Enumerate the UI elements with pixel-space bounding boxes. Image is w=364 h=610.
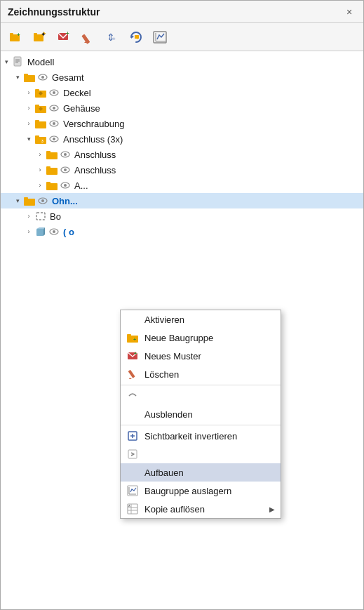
tree-item-anschluss-group[interactable]: ▾ 3 Anschluss (3x)	[1, 131, 363, 147]
plot-button[interactable]	[149, 27, 170, 48]
ctx-ausblenden[interactable]	[121, 387, 281, 405]
ctx-kopie-aufloesen-icon	[126, 466, 139, 479]
ctx-neue-baugruppe[interactable]: + Neue Baugruppe	[121, 329, 281, 347]
tree-item-gehaeuse[interactable]: › Gehäuse	[1, 100, 363, 116]
label-ohne: Ohn...	[52, 196, 78, 206]
svg-rect-79	[128, 450, 137, 458]
toggle-bo[interactable]: ›	[23, 208, 34, 224]
svg-marker-75	[129, 378, 132, 379]
ctx-neues-muster[interactable]: + Neues Muster	[121, 347, 281, 365]
eye-icon-a1	[60, 151, 70, 158]
tree-item-anschluss2[interactable]: › Anschluss	[1, 162, 363, 178]
ctx-aufbauen[interactable]: Sichtbarkeit invertieren	[121, 427, 281, 445]
ctx-neues-muster-icon: +	[126, 350, 139, 362]
eye-anschluss1	[60, 149, 71, 160]
toggle-paren-o[interactable]: ›	[23, 224, 34, 239]
label-anschluss-group: Anschluss (3x)	[63, 134, 123, 145]
ctx-stueckliste-label: Kopie auflösen	[144, 504, 264, 515]
toggle-modell[interactable]: ▾	[1, 54, 12, 69]
eye-ohne	[37, 195, 48, 206]
add-group-button[interactable]: +	[6, 27, 27, 48]
eye-gehaeuse	[48, 102, 60, 114]
toggle-deckel[interactable]: ›	[23, 85, 34, 100]
ctx-neues-muster-label: Neues Muster	[144, 351, 275, 362]
refresh-button[interactable]: ↻	[126, 27, 147, 48]
eye-verschraubung	[48, 118, 60, 129]
ctx-aktivieren[interactable]: Aktivieren	[121, 310, 281, 329]
svg-rect-48	[46, 151, 50, 154]
ctx-sichtbarkeit[interactable]: Ausblenden	[121, 405, 281, 423]
folder-sub-icon: 3	[35, 134, 46, 144]
ctx-loeschen[interactable]: Löschen	[121, 365, 281, 383]
document-icon	[13, 56, 24, 67]
toolbar: + ✦ ✦ +	[1, 23, 363, 51]
ctx-baugruppe-auslagern[interactable]	[121, 445, 281, 463]
icon-deckel	[34, 86, 47, 99]
ctx-kopie-aufloesen[interactable]: Aufbauen	[121, 463, 281, 482]
window-title: Zeichnungsstruktur	[8, 6, 100, 18]
ctx-loeschen-label: Löschen	[144, 369, 275, 380]
move-button[interactable]: ⇕ +	[102, 27, 123, 48]
toggle-verschraubung[interactable]: ›	[23, 116, 34, 131]
tree-item-modell[interactable]: ▾ Modell	[1, 54, 363, 69]
svg-rect-70	[127, 334, 131, 337]
ctx-neue-baugruppe-icon: +	[126, 331, 139, 344]
tree-item-anschluss3[interactable]: › A...	[1, 178, 363, 193]
svg-rect-1	[10, 33, 13, 35]
plus-box-ctx-icon	[127, 430, 138, 442]
folder-icon-gesamt	[24, 72, 35, 82]
arrow-ctx-icon	[127, 449, 138, 460]
svg-rect-4	[34, 33, 37, 35]
toggle-gehaeuse[interactable]: ›	[23, 100, 34, 116]
toggle-anschluss-group[interactable]: ▾	[23, 131, 34, 147]
svg-rect-25	[24, 74, 28, 77]
icon-anschluss1	[46, 148, 58, 161]
svg-point-50	[64, 153, 67, 156]
ctx-neuen-plot[interactable]: Baugruppe auslagern	[121, 482, 281, 500]
folder-plus-ctx-icon: +	[127, 333, 138, 343]
eye-deckel	[48, 87, 60, 98]
folder-icon-ohne	[24, 196, 35, 206]
close-button[interactable]: ×	[342, 5, 356, 19]
ctx-sichtbarkeit-label: Ausblenden	[144, 409, 275, 420]
add-pattern-button[interactable]: +	[54, 27, 75, 48]
folder-diamond-icon-g	[35, 103, 46, 113]
tree-item-bo[interactable]: › Bo	[1, 208, 363, 224]
svg-text:+: +	[133, 337, 136, 342]
edit-button[interactable]	[78, 27, 99, 48]
ctx-stueckliste[interactable]: A Kopie auflösen ▶	[121, 500, 281, 518]
ctx-stueckliste-icon: A	[126, 503, 139, 515]
toggle-anschluss1[interactable]: ›	[34, 147, 46, 162]
tree-item-deckel[interactable]: › Deckel	[1, 85, 363, 100]
dashed-box-icon	[36, 212, 46, 220]
label-verschraubung: Verschraubung	[63, 119, 124, 129]
svg-rect-64	[36, 229, 43, 236]
tree-item-paren-o[interactable]: › ( o	[1, 224, 363, 239]
svg-rect-74	[128, 370, 135, 378]
toggle-anschluss3[interactable]: ›	[34, 178, 46, 193]
tree-item-gesamt[interactable]: ▾ Gesamt	[1, 69, 363, 85]
icon-gehaeuse	[34, 102, 47, 114]
label-anschluss3: A...	[74, 180, 88, 191]
toggle-anschluss2[interactable]: ›	[34, 162, 46, 178]
star-folder-button[interactable]: ✦ ✦	[30, 27, 51, 48]
ctx-kopie-aufloesen-label: Aufbauen	[144, 468, 275, 478]
move-icon: ⇕ +	[105, 29, 120, 45]
ctx-sep2	[121, 425, 281, 425]
svg-text:✦: ✦	[41, 31, 46, 38]
svg-rect-43	[35, 135, 39, 138]
folder-icon-a3	[46, 180, 58, 190]
icon-anschluss3	[46, 179, 58, 192]
cube-icon	[36, 227, 46, 237]
toggle-ohne[interactable]: ▾	[12, 193, 23, 208]
toggle-gesamt[interactable]: ▾	[12, 69, 23, 85]
tree-item-ohne[interactable]: ▾ Ohn...	[1, 193, 363, 208]
tree-item-anschluss1[interactable]: › Anschluss	[1, 147, 363, 162]
eye-icon-gesamt	[38, 74, 48, 81]
svg-text:+: +	[17, 32, 20, 38]
tree-item-verschraubung[interactable]: › Verschraubung	[1, 116, 363, 131]
ctx-aktivieren-icon	[126, 313, 139, 326]
svg-marker-65	[36, 227, 45, 229]
ctx-neue-baugruppe-label: Neue Baugruppe	[144, 333, 275, 343]
ctx-ausblenden-icon	[126, 390, 139, 402]
